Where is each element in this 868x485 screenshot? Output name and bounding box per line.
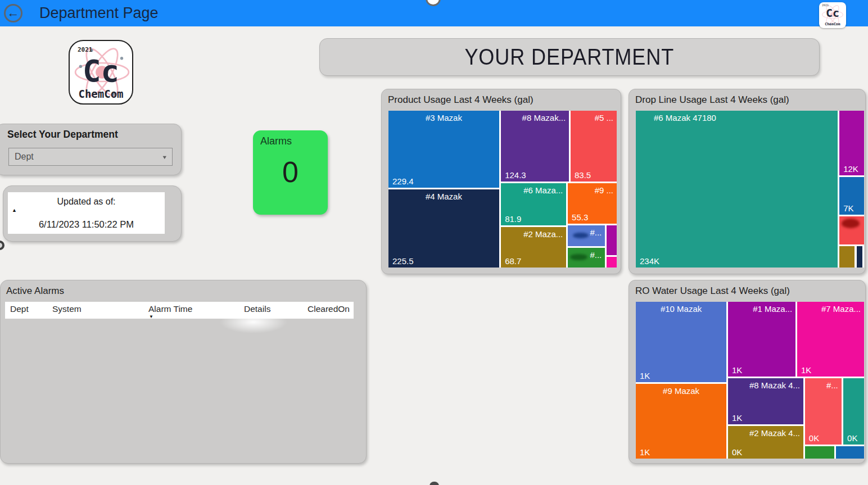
column-header-dept[interactable]: Dept [10,304,29,314]
treemap-cell[interactable]: #1 Maza...1K [728,302,795,377]
column-header-details[interactable]: Details [244,304,270,314]
treemap-cell[interactable]: 12K [839,111,864,175]
treemap-cell-label: #5 ... [574,113,613,123]
ro-water-usage-treemap: #10 Mazak1K#1 Maza...1K#7 Maza...1K#9 Ma… [636,302,864,459]
updated-timestamp: 6/11/2023 11:50:22 PM [8,219,165,230]
treemap-cell[interactable]: #8 Mazak 4...1K [728,378,803,424]
sort-descending-icon[interactable]: ▼ [149,314,153,319]
department-selector-label: Select Your Department [7,129,118,140]
chevron-down-icon[interactable]: ▾ [162,153,166,160]
treemap-cell[interactable] [607,257,617,268]
treemap-cell-value: 0K [732,447,742,457]
treemap-cell-label: #6 Mazak 47180 [639,113,834,123]
treemap-cell[interactable] [839,246,855,268]
drop-line-usage-title: Drop Line Usage Last 4 Weeks (gal) [635,94,789,106]
alarms-kpi-card: Alarms 0 [253,130,328,215]
treemap-cell[interactable]: #8 Mazak...124.3 [501,111,569,182]
treemap-cell-value: 1K [640,447,650,457]
treemap-cell-value: 7K [843,203,853,213]
back-button[interactable]: ← [4,4,22,22]
treemap-cell[interactable]: #5 ...83.5 [571,111,617,182]
treemap-cell[interactable]: #10 Mazak1K [636,302,726,382]
ro-water-usage-card: RO Water Usage Last 4 Weeks (gal) #10 Ma… [629,280,866,464]
treemap-cell-value: 55.3 [572,212,588,222]
treemap-cell[interactable]: 0K [843,378,864,445]
treemap-cell-label: #... [571,250,602,260]
treemap-cell-label: #... [808,380,838,390]
treemap-cell-value: 1K [801,365,811,375]
treemap-cell-value: 124.3 [505,170,526,180]
page-title: Department Page [39,4,159,22]
treemap-cell[interactable] [857,246,862,268]
treemap-cell-value: 0K [847,433,857,443]
department-banner-title: YOUR DEPARTMENT [465,44,675,70]
treemap-cell-label: #3 Mazak [392,113,496,123]
treemap-cell-value: 1K [732,413,742,423]
product-usage-title: Product Usage Last 4 Weeks (gal) [388,94,534,106]
treemap-cell-value: 234K [640,256,659,266]
column-header-alarm-time[interactable]: Alarm Time [148,304,192,314]
treemap-cell-label: #10 Mazak [639,304,723,314]
treemap-cell[interactable]: #6 Mazak 47180234K [636,111,838,268]
treemap-cell-label: #7 Maza... [801,304,861,314]
logo-initials: Cc [70,53,132,89]
treemap-cell-value: 1K [732,365,742,375]
column-header-clearedon[interactable]: ClearedOn [308,304,350,314]
treemap-cell[interactable]: #2 Maza...68.7 [501,227,566,268]
treemap-cell-label: #9 Mazak [639,386,723,396]
treemap-cell[interactable]: #6 Maza...81.9 [501,183,566,225]
treemap-cell-label: #8 Mazak... [504,113,566,123]
treemap-cell-label: #... [571,228,602,237]
treemap-cell[interactable]: #... [568,248,605,268]
treemap-cell-value: 0K [809,433,819,443]
left-edge-ring [0,241,4,250]
treemap-cell-value: 83.5 [575,170,591,180]
treemap-cell[interactable] [607,225,617,255]
department-banner: YOUR DEPARTMENT [319,38,820,76]
chemcom-logo-small: 2021 Cc ChemCom [819,2,846,28]
treemap-cell[interactable]: #...0K [805,378,842,445]
department-dropdown[interactable]: Dept ▾ [8,148,173,166]
logo-name: ChemCom [819,22,846,26]
updated-card: Updated as of: 6/11/2023 11:50:22 PM ▲ [3,185,182,242]
treemap-cell[interactable] [836,446,864,459]
logo-year: 2021 [78,46,93,53]
treemap-cell[interactable] [839,216,864,244]
treemap-cell-label: #8 Mazak 4... [731,380,800,390]
treemap-cell[interactable]: #4 Mazak225.5 [388,189,499,268]
treemap-cell-value: 229.4 [392,176,414,186]
redacted-label-smudge [842,219,860,228]
logo-name: ChemCom [70,88,132,100]
updated-label: Updated as of: [8,197,165,207]
treemap-cell[interactable]: 7K [839,177,864,215]
treemap-cell[interactable]: #3 Mazak229.4 [388,111,499,188]
drop-line-usage-treemap: #6 Mazak 47180234K12K7K [636,111,864,268]
active-alarms-header-row: Dept System Alarm Time Details ClearedOn… [5,302,354,319]
treemap-cell[interactable]: #... [568,225,605,246]
alarms-kpi-label: Alarms [260,135,292,147]
treemap-cell[interactable]: #9 Mazak1K [636,384,726,459]
treemap-cell[interactable] [805,446,834,459]
department-selector-card: Select Your Department Dept ▾ [0,124,182,175]
active-alarms-card: Active Alarms Dept System Alarm Time Det… [0,280,367,464]
treemap-cell-value: 12K [843,164,858,174]
treemap-cell-value: 81.9 [505,214,521,224]
drop-line-usage-card: Drop Line Usage Last 4 Weeks (gal) #6 Ma… [629,89,866,274]
treemap-cell-label: #2 Maza... [504,229,563,239]
treemap-cell-label: #4 Mazak [392,192,496,201]
department-dropdown-value: Dept [15,152,162,162]
treemap-cell-label: #6 Maza... [504,185,563,195]
treemap-cell[interactable]: #7 Maza...1K [797,302,864,377]
bottom-notch-handle [430,482,439,485]
treemap-cell[interactable]: #9 ...55.3 [568,183,617,224]
treemap-cell-value: 225.5 [392,256,414,266]
treemap-cell-label: #2 Mazak 4... [731,428,800,438]
sort-ascending-icon[interactable]: ▲ [12,207,17,213]
treemap-cell-value: 1K [640,371,650,380]
active-alarms-title: Active Alarms [6,285,64,297]
product-usage-card: Product Usage Last 4 Weeks (gal) #3 Maza… [381,89,621,274]
treemap-cell-value: 68.7 [505,256,521,266]
column-header-system[interactable]: System [52,304,82,314]
back-arrow-icon: ← [7,7,20,19]
treemap-cell[interactable]: #2 Mazak 4...0K [728,426,803,459]
